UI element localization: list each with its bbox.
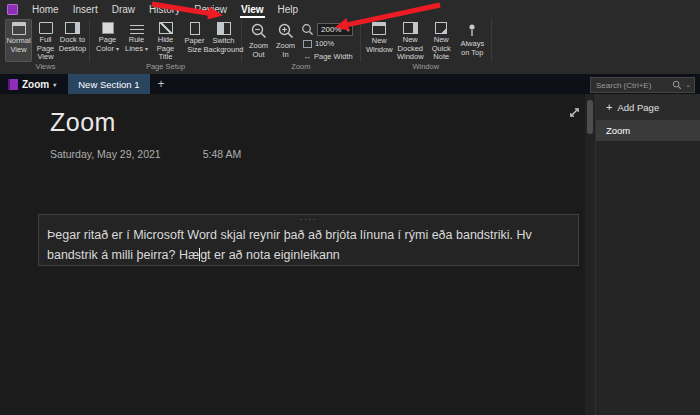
page-color-icon [102, 22, 114, 34]
new-window-icon [372, 22, 386, 35]
vertical-scrollbar-thumb[interactable] [587, 100, 593, 134]
tab-insert[interactable]: Insert [66, 1, 105, 18]
ribbon-group-page-setup: Page Color ▾ Rule Lines ▾ Hide Page Titl… [90, 19, 242, 62]
zoom-out-icon [250, 22, 268, 40]
rule-lines-icon [130, 22, 144, 34]
add-page-plus-icon: + [606, 101, 612, 113]
page-width-label: Page Width [314, 52, 353, 61]
new-quick-note-button[interactable]: New Quick Note [426, 19, 457, 62]
zoom-in-button[interactable]: Zoom In [272, 19, 299, 62]
zoom-100-icon [303, 40, 312, 48]
tab-draw[interactable]: Draw [105, 1, 142, 18]
zoom-level-value: 200% [321, 25, 341, 34]
add-section-button[interactable]: + [150, 77, 173, 91]
always-on-top-label: Always on Top [458, 40, 487, 57]
page-canvas[interactable]: Zoom Saturday, May 29, 2021 5:48 AM ····… [0, 94, 585, 415]
hide-page-title-label: Hide Page Title [152, 36, 179, 62]
ribbon-body: Normal View Full Page View Dock to Deskt… [0, 19, 700, 62]
notebook-dropdown[interactable]: Zoom ▾ [0, 79, 64, 90]
switch-background-label: Switch Background [204, 37, 244, 54]
rule-lines-button[interactable]: Rule Lines ▾ [122, 19, 151, 62]
expand-page-icon[interactable] [568, 106, 581, 119]
always-on-top-pin-icon [464, 22, 480, 38]
zoom-out-button[interactable]: Zoom Out [245, 19, 272, 62]
rule-lines-caret-icon: ▾ [145, 46, 148, 52]
tab-history[interactable]: History [142, 1, 187, 18]
page-setup-group-label: Page Setup [93, 62, 238, 72]
add-page-button[interactable]: + Add Page [596, 94, 700, 120]
normal-view-label: Normal View [6, 37, 31, 54]
zoom-in-label: Zoom In [273, 42, 298, 59]
page-date-row: Saturday, May 29, 2021 5:48 AM [50, 148, 241, 160]
normal-view-button[interactable]: Normal View [5, 19, 32, 62]
new-quick-note-label: New Quick Note [427, 36, 456, 62]
hide-page-title-icon [159, 22, 173, 34]
page-color-button[interactable]: Page Color ▾ [93, 19, 122, 62]
always-on-top-button[interactable]: Always on Top [457, 19, 488, 62]
paragraph-line-2[interactable]: bandstrik á milli þeirra? Hægt er að not… [47, 247, 578, 264]
paper-size-icon [190, 22, 200, 35]
rule-lines-label: Rule Lines [125, 35, 144, 53]
vertical-scrollbar[interactable] [585, 94, 595, 415]
zoom-level-combobox[interactable]: 200% ▾ [317, 23, 353, 36]
new-window-button[interactable]: New Window [364, 19, 395, 62]
page-color-label: Page Color [96, 35, 116, 53]
note-container-handle[interactable]: ···· [39, 216, 578, 224]
section-tab-new-section-1[interactable]: New Section 1 [68, 74, 149, 94]
dock-to-desktop-button[interactable]: Dock to Desktop [59, 19, 86, 62]
paragraph-line-2a: bandstrik á milli þeirra? Hæ [47, 248, 199, 262]
tab-review[interactable]: Review [187, 1, 234, 18]
dock-to-desktop-label: Dock to Desktop [59, 36, 87, 53]
note-container[interactable]: ···· Þegar ritað er í Microsoft Word skj… [38, 214, 579, 266]
page-color-caret-icon: ▾ [116, 46, 119, 52]
zoom-level-caret-icon: ▾ [346, 26, 349, 33]
zoom-level-icon [301, 23, 314, 36]
add-page-label: Add Page [617, 102, 659, 113]
search-scope-caret-icon[interactable]: ⌄ [685, 81, 691, 89]
views-group-label: Views [5, 62, 86, 72]
zoom-level-controls: 200% ▾ 100% ↔ Page Width [299, 19, 357, 62]
page-width-button[interactable]: ↔ Page Width [301, 51, 355, 62]
switch-background-icon [217, 22, 231, 35]
ribbon-group-window: New Window New Docked Window New Quick N… [361, 19, 492, 62]
menu-tab-row: Home Insert Draw History Review View Hel… [0, 0, 700, 19]
switch-background-button[interactable]: Switch Background [209, 19, 238, 62]
page-date: Saturday, May 29, 2021 [50, 148, 161, 160]
ribbon: Home Insert Draw History Review View Hel… [0, 0, 700, 74]
new-docked-window-button[interactable]: New Docked Window [395, 19, 426, 62]
dock-to-desktop-icon [65, 22, 80, 34]
notebook-icon [8, 79, 18, 90]
app-icon [7, 4, 18, 15]
full-page-view-label: Full Page View [33, 36, 58, 62]
normal-view-icon [12, 22, 26, 35]
new-docked-window-icon [403, 22, 418, 34]
window-group-label: Window [364, 62, 488, 72]
page-title[interactable]: Zoom [50, 108, 116, 137]
zoom-100-button[interactable]: 100% [301, 38, 355, 49]
zoom-out-label: Zoom Out [246, 42, 271, 59]
notebook-caret-icon: ▾ [53, 81, 56, 88]
zoom-100-label: 100% [315, 39, 334, 48]
tab-help[interactable]: Help [271, 1, 306, 18]
new-window-label: New Window [365, 37, 394, 54]
hide-page-title-button[interactable]: Hide Page Title [151, 19, 180, 62]
page-list-sidebar: + Add Page Zoom [595, 94, 700, 415]
notebook-name: Zoom [22, 79, 49, 90]
zoom-group-label: Zoom [245, 62, 357, 72]
tab-home[interactable]: Home [25, 1, 66, 18]
paragraph-line-1[interactable]: Þegar ritað er í Microsoft Word skjal re… [47, 227, 578, 244]
zoom-in-icon [277, 22, 295, 40]
page-list-item-zoom[interactable]: Zoom [596, 120, 700, 141]
new-docked-window-label: New Docked Window [396, 36, 425, 62]
search-icon [672, 80, 682, 90]
full-page-view-button[interactable]: Full Page View [32, 19, 59, 62]
page-time: 5:48 AM [203, 148, 242, 160]
search-input[interactable] [594, 80, 669, 91]
paragraph-line-2b: gt er að nota eiginleikann [200, 248, 340, 262]
notebook-bar: Zoom ▾ New Section 1 + ⌄ [0, 74, 700, 94]
new-quick-note-icon [435, 22, 447, 34]
ribbon-group-zoom: Zoom Out Zoom In [242, 19, 361, 62]
search-box: ⌄ [590, 77, 695, 93]
tab-view[interactable]: View [234, 1, 271, 18]
full-page-view-icon [39, 22, 53, 34]
